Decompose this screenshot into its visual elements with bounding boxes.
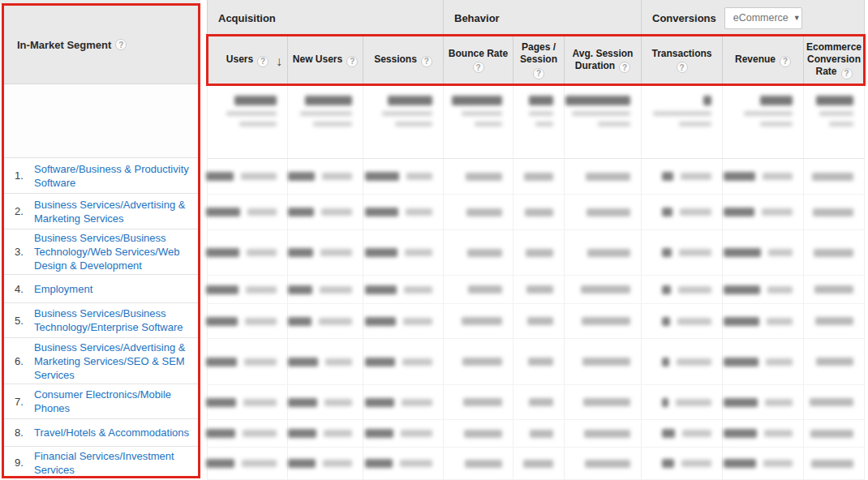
redacted-value: [814, 249, 853, 257]
totals-cell-ecommerce-conversion-rate: [803, 85, 865, 158]
cell-users: [207, 304, 287, 339]
cell-avg-session-duration: [564, 385, 641, 420]
redacted-percent: [325, 358, 352, 366]
help-icon[interactable]: ?: [257, 56, 269, 67]
redacted-percent: [244, 358, 277, 366]
column-header-pages-session[interactable]: Pages /Session?: [513, 36, 564, 85]
column-header-ecommerce-conversion-rate[interactable]: EcommerceConversionRate?: [803, 36, 865, 85]
redacted-value: [586, 173, 630, 181]
column-header-revenue[interactable]: Revenue?: [722, 36, 803, 85]
segment-rank: 5.: [15, 315, 34, 327]
sort-desc-icon[interactable]: ↓: [276, 54, 282, 66]
redacted-value: [206, 459, 234, 468]
segment-link[interactable]: Employment: [34, 282, 92, 296]
cell-new-users: [287, 230, 363, 276]
cell-revenue: [722, 230, 803, 276]
cell-transactions: [641, 195, 722, 230]
segment-link[interactable]: Travel/Hotels & Accommodations: [34, 426, 189, 439]
redacted-percent: [679, 249, 711, 256]
segment-row: 3.Business Services/Business Technology/…: [4, 229, 198, 275]
cell-new-users: [287, 195, 363, 230]
cell-ecommerce-conversion-rate: [803, 276, 865, 304]
help-icon[interactable]: ?: [780, 56, 791, 67]
redacted-value: [462, 358, 502, 366]
cell-users: [207, 159, 287, 195]
column-header-new-users[interactable]: New Users?: [287, 36, 363, 85]
conversions-goal-dropdown[interactable]: eCommerce ▼: [724, 7, 802, 29]
redacted-percent: [243, 399, 277, 406]
segment-link[interactable]: Financial Services/Investment Services: [34, 449, 190, 477]
totals-cell-new-users: [287, 85, 363, 158]
segment-link[interactable]: Business Services/Business Technology/We…: [34, 231, 190, 272]
totals-cell-pages-session: [513, 85, 564, 158]
segment-rank: 6.: [15, 355, 34, 367]
segment-link[interactable]: Business Services/Business Technology/En…: [34, 306, 190, 334]
column-header-avg-session-duration[interactable]: Avg. SessionDuration?: [564, 36, 641, 85]
help-icon[interactable]: ?: [115, 39, 127, 50]
dimension-header-label: In-Market Segment: [17, 39, 111, 51]
redacted-value: [812, 173, 853, 181]
help-icon[interactable]: ?: [421, 56, 432, 67]
redacted-value: [815, 317, 853, 325]
redacted-percent: [324, 399, 352, 406]
cell-revenue: [722, 420, 803, 448]
cell-avg-session-duration: [564, 339, 641, 385]
redacted-value: [583, 398, 630, 406]
segment-link[interactable]: Business Services/Advertising & Marketin…: [34, 198, 190, 225]
redacted-total-subtext: [744, 111, 793, 116]
help-icon[interactable]: ?: [533, 68, 544, 79]
totals-cell-sessions: [363, 85, 443, 158]
segment-row: 6.Business Services/Advertising & Market…: [4, 338, 198, 384]
redacted-value: [524, 173, 553, 181]
totals-cell-transactions: [641, 85, 722, 158]
group-header-label: Conversions: [652, 12, 716, 24]
segment-link[interactable]: Software/Business & Productivity Softwar…: [34, 162, 190, 190]
help-icon[interactable]: ?: [619, 62, 630, 73]
cell-transactions: [641, 339, 722, 385]
redacted-value: [528, 358, 553, 366]
cell-sessions: [363, 304, 443, 339]
redacted-percent: [403, 318, 432, 325]
cell-avg-session-duration: [564, 420, 641, 448]
help-icon[interactable]: ?: [677, 62, 688, 73]
segment-link[interactable]: Business Services/Advertising & Marketin…: [34, 341, 190, 382]
cell-sessions: [363, 276, 443, 304]
cell-bounce-rate: [443, 385, 513, 420]
segment-row: 1.Software/Business & Productivity Softw…: [4, 158, 198, 194]
column-header-line: ?: [473, 60, 484, 74]
totals-cell-revenue: [722, 85, 803, 158]
cell-avg-session-duration: [564, 230, 641, 276]
redacted-value: [724, 317, 759, 326]
column-header-line: Transactions: [651, 48, 711, 60]
help-icon[interactable]: ?: [841, 68, 853, 79]
metrics-table: Acquisition Behavior Conversions eCommer…: [207, 0, 865, 480]
segment-row: 4.Employment: [4, 275, 198, 303]
column-header-sessions[interactable]: Sessions?: [363, 36, 443, 85]
redacted-percent: [320, 286, 352, 294]
redacted-percent: [676, 399, 711, 406]
redacted-percent: [768, 249, 793, 256]
segment-link[interactable]: Consumer Electronics/Mobile Phones: [34, 388, 190, 415]
help-icon[interactable]: ?: [346, 56, 358, 67]
redacted-value: [365, 429, 393, 438]
column-header-line: Sessions?: [374, 54, 432, 67]
redacted-value: [206, 248, 239, 257]
cell-transactions: [641, 420, 722, 448]
cell-ecommerce-conversion-rate: [803, 195, 865, 230]
help-icon[interactable]: ?: [473, 62, 484, 73]
metric-group-header-row: Acquisition Behavior Conversions eCommer…: [207, 0, 865, 36]
redacted-percent: [320, 249, 352, 256]
totals-cell-bounce-rate: [443, 85, 513, 158]
cell-revenue: [722, 276, 803, 304]
table-row: [207, 230, 865, 276]
column-header-bounce-rate[interactable]: Bounce Rate?: [443, 36, 513, 85]
redacted-value: [587, 249, 630, 257]
redacted-total-value: [703, 96, 711, 105]
redacted-percent: [762, 208, 793, 216]
redacted-percent: [764, 430, 793, 437]
segment-rank: 9.: [15, 456, 34, 469]
redacted-value: [724, 285, 760, 294]
column-header-users[interactable]: Users?↓: [207, 36, 287, 85]
redacted-value: [288, 358, 318, 366]
column-header-transactions[interactable]: Transactions?: [641, 36, 722, 85]
